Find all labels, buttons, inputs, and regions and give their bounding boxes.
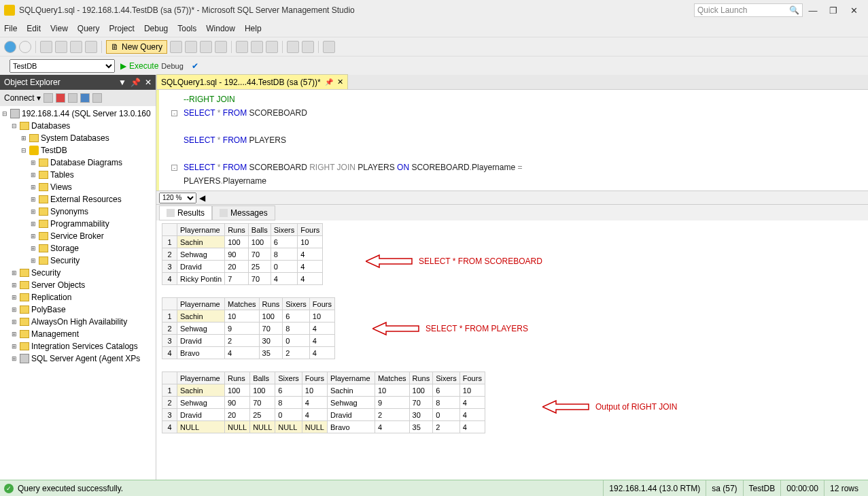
toolbar-btn-b[interactable]	[185, 41, 197, 53]
paste-button[interactable]	[266, 41, 278, 53]
sql-comment: --RIGHT JOIN	[184, 95, 235, 104]
svg-marker-1	[372, 323, 419, 335]
tree-item[interactable]: ⊞Service Broker	[1, 230, 154, 242]
object-explorer-title: Object Explorer	[4, 78, 60, 87]
tab-close-icon[interactable]: ✕	[337, 78, 343, 86]
results-tab[interactable]: Results	[159, 205, 212, 220]
toolbar-btn-e[interactable]	[323, 41, 335, 53]
menu-window[interactable]: Window	[206, 24, 235, 33]
tree-item[interactable]: ⊞Database Diagrams	[1, 156, 154, 169]
cut-button[interactable]	[236, 41, 248, 53]
toolbar-btn-d[interactable]	[215, 41, 227, 53]
fold-icon[interactable]: -	[171, 110, 177, 116]
grid-table[interactable]: PlayernameRunsBallsSixersFoursPlayername…	[162, 371, 485, 433]
tree-item[interactable]: ⊞Integration Services Catalogs	[1, 340, 154, 352]
menu-help[interactable]: Help	[245, 24, 262, 33]
menu-edit[interactable]: Edit	[27, 24, 41, 33]
pin-icon[interactable]: 📌	[131, 78, 141, 87]
dropdown-icon[interactable]: ▼	[118, 78, 126, 87]
grid-table[interactable]: PlayernameRunsBallsSixersFours1Sachin100…	[162, 223, 323, 285]
object-explorer-tree[interactable]: ⊟192.168.1.44 (SQL Server 13.0.160 ⊟Data…	[0, 106, 156, 495]
stop-icon[interactable]	[56, 93, 65, 103]
quick-launch-placeholder: Quick Launch	[697, 5, 747, 15]
save-button[interactable]	[70, 41, 82, 53]
results-panel: PlayernameRunsBallsSixersFours1Sachin100…	[156, 220, 868, 495]
sql-editor[interactable]: --RIGHT JOIN -SELECT * FROM SCOREBOARD S…	[156, 90, 868, 191]
refresh-icon[interactable]	[80, 93, 90, 103]
redo-button[interactable]	[302, 41, 314, 53]
connect-button[interactable]: Connect ▾	[4, 93, 41, 103]
zoom-select[interactable]: 120 %	[159, 193, 196, 203]
quick-launch-input[interactable]: Quick Launch 🔍	[694, 3, 803, 17]
tree-item[interactable]: ⊞Security	[1, 254, 154, 267]
close-button[interactable]: ✕	[844, 3, 864, 18]
svg-marker-2	[542, 401, 589, 413]
debug-button[interactable]: Debug	[161, 62, 183, 70]
tree-item[interactable]: ⊞Security	[1, 267, 154, 279]
execute-button[interactable]: ▶Execute	[120, 61, 158, 71]
tree-item[interactable]: ⊞AlwaysOn High Availability	[1, 316, 154, 328]
tree-system-databases[interactable]: System Databases	[41, 133, 109, 143]
toolbar-btn-c[interactable]	[200, 41, 212, 53]
tree-item[interactable]: ⊞PolyBase	[1, 303, 154, 316]
new-item-button[interactable]	[40, 41, 52, 53]
tree-item[interactable]: ⊞Server Objects	[1, 279, 154, 291]
messages-tab[interactable]: Messages	[212, 205, 275, 220]
menu-project[interactable]: Project	[109, 24, 135, 33]
maximize-button[interactable]: ❐	[823, 3, 844, 18]
annotation-3: Output of RIGHT JOIN	[542, 399, 677, 415]
tree-item[interactable]: ⊞Storage	[1, 242, 154, 254]
panel-close-icon[interactable]: ✕	[145, 78, 152, 87]
tree-item[interactable]: ⊞Views	[1, 181, 154, 193]
save-all-button[interactable]	[85, 41, 97, 53]
menu-tools[interactable]: Tools	[177, 24, 196, 33]
tree-item[interactable]: ⊞Synonyms	[1, 205, 154, 218]
open-button[interactable]	[55, 41, 67, 53]
zoom-left-icon[interactable]: ◀	[199, 193, 205, 203]
minimize-button[interactable]: —	[803, 3, 823, 18]
filter-icon[interactable]	[68, 93, 77, 103]
pin-icon[interactable]: 📌	[325, 78, 333, 86]
copy-button[interactable]	[251, 41, 263, 53]
nav-back-button[interactable]	[4, 41, 16, 53]
menu-query[interactable]: Query	[77, 24, 100, 33]
play-icon: ▶	[120, 61, 126, 71]
grid-icon	[167, 209, 175, 217]
file-tab[interactable]: SQLQuery1.sql - 192....44.TestDB (sa (57…	[156, 74, 348, 89]
annotation-3-text: Output of RIGHT JOIN	[595, 402, 677, 412]
grid-table[interactable]: PlayernameMatchesRunsSixersFours1Sachin1…	[162, 297, 335, 359]
parse-icon[interactable]: ✔	[192, 61, 198, 71]
menu-file[interactable]: File	[4, 24, 17, 33]
server-icon	[10, 109, 20, 118]
menu-bar: File Edit View Query Project Debug Tools…	[0, 20, 868, 37]
new-query-icon: 🗎	[111, 42, 119, 52]
object-explorer-toolbar: Connect ▾	[0, 90, 156, 106]
toolbar-btn-a[interactable]	[170, 41, 182, 53]
tree-item[interactable]: ⊞Replication	[1, 291, 154, 303]
disconnect-icon[interactable]	[44, 93, 53, 103]
database-icon	[29, 146, 39, 155]
status-user: sa (57)	[706, 480, 742, 496]
menu-view[interactable]: View	[50, 24, 68, 33]
status-db: TestDB	[743, 480, 781, 496]
tree-item[interactable]: ⊞SQL Server Agent (Agent XPs	[1, 352, 154, 365]
new-query-button[interactable]: 🗎 New Query	[106, 40, 167, 54]
tree-testdb[interactable]: TestDB	[41, 146, 67, 155]
file-tab-label: SQLQuery1.sql - 192....44.TestDB (sa (57…	[161, 78, 321, 87]
status-message: Query executed successfully.	[18, 484, 123, 493]
object-explorer-title-bar: Object Explorer ▼ 📌 ✕	[0, 75, 156, 90]
tree-databases[interactable]: Databases	[31, 121, 70, 131]
tree-item[interactable]: ⊞Tables	[1, 169, 154, 181]
oe-toolbar-icon[interactable]	[92, 93, 102, 103]
tree-server[interactable]: 192.168.1.44 (SQL Server 13.0.160	[22, 109, 151, 118]
undo-button[interactable]	[287, 41, 299, 53]
tree-item[interactable]: ⊞Programmability	[1, 218, 154, 230]
menu-debug[interactable]: Debug	[144, 24, 168, 33]
title-bar: SQLQuery1.sql - 192.168.1.44.TestDB (sa …	[0, 0, 868, 20]
database-select[interactable]: TestDB	[10, 59, 115, 73]
tree-item[interactable]: ⊞External Resources	[1, 193, 154, 205]
fold-icon[interactable]: -	[171, 165, 177, 171]
tree-item[interactable]: ⊞Management	[1, 328, 154, 340]
nav-forward-button[interactable]	[19, 41, 31, 53]
results-tab-label: Results	[177, 208, 205, 218]
